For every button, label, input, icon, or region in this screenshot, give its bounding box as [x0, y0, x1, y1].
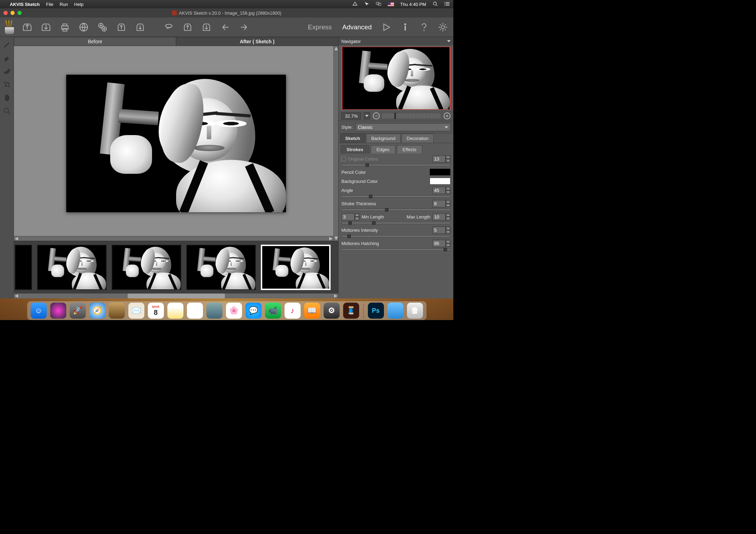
menu-list-icon[interactable]: [444, 1, 450, 7]
midtones-intensity-slider[interactable]: [341, 235, 451, 237]
canvas-viewport[interactable]: [14, 46, 338, 241]
subtab-strokes[interactable]: Strokes: [341, 145, 369, 154]
vertical-scrollbar[interactable]: [333, 46, 338, 241]
tab-background[interactable]: Background: [366, 134, 401, 143]
timeline-thumb[interactable]: [15, 245, 32, 290]
dock-siri-icon[interactable]: [50, 303, 66, 319]
eraser-presets-button[interactable]: [162, 20, 176, 34]
stroke-thickness-spinner[interactable]: ▲▼: [432, 200, 451, 207]
crop-tool[interactable]: [1, 79, 13, 90]
timeline-thumb[interactable]: [112, 245, 181, 290]
window-zoom-button[interactable]: [17, 11, 22, 15]
background-color-swatch[interactable]: [430, 178, 451, 185]
open-button[interactable]: [20, 20, 34, 34]
original-colors-spinner[interactable]: ▲▼: [432, 155, 451, 163]
original-colors-slider[interactable]: [341, 164, 451, 166]
status-clock[interactable]: Thu 4:40 PM: [400, 2, 426, 7]
hand-tool[interactable]: [1, 92, 13, 103]
subtab-edges[interactable]: Edges: [371, 145, 395, 154]
filmstrip-scrollbar[interactable]: [14, 294, 338, 298]
dock-trash-icon[interactable]: 🗑: [407, 303, 423, 319]
print-button[interactable]: [58, 20, 72, 34]
dock-photos-icon[interactable]: 🌸: [226, 303, 242, 319]
window-minimize-button[interactable]: [10, 11, 15, 15]
dock-finder-icon[interactable]: ☺: [31, 303, 47, 319]
dock-notes-icon[interactable]: [167, 303, 183, 319]
redo-button[interactable]: [237, 20, 251, 34]
midtones-hatching-slider[interactable]: [341, 249, 451, 251]
navigator-collapse-icon[interactable]: [447, 40, 451, 42]
dock-preview-icon[interactable]: [109, 303, 125, 319]
window-close-button[interactable]: [3, 11, 8, 15]
tab-after[interactable]: After ( Sketch ): [176, 37, 338, 46]
dock-facetime-icon[interactable]: 📹: [265, 303, 281, 319]
spotlight-icon[interactable]: [432, 1, 438, 7]
min-length-spinner[interactable]: ▲▼: [341, 213, 360, 221]
dock-calendar-icon[interactable]: MAR 8: [148, 303, 164, 319]
pencil-color-swatch[interactable]: [430, 169, 451, 176]
midtones-hatching-spinner[interactable]: ▲▼: [432, 240, 451, 247]
dock-safari-icon[interactable]: 🧭: [89, 303, 105, 319]
presets-icon[interactable]: [3, 20, 15, 34]
mode-express[interactable]: Express: [305, 22, 335, 32]
mode-advanced[interactable]: Advanced: [339, 22, 375, 32]
navigator-preview[interactable]: [341, 47, 451, 110]
publish-button[interactable]: [77, 20, 91, 34]
dock-ibooks-icon[interactable]: 📖: [304, 303, 320, 319]
menu-help[interactable]: Help: [74, 2, 84, 7]
midtones-intensity-spinner[interactable]: ▲▼: [432, 227, 451, 234]
timeline-thumb[interactable]: [37, 245, 107, 290]
menu-file[interactable]: File: [46, 2, 53, 7]
zoom-slider[interactable]: [383, 113, 441, 118]
dock-automator-icon[interactable]: [206, 303, 222, 319]
zoom-dropdown[interactable]: [364, 112, 370, 119]
dock-launchpad-icon[interactable]: 🚀: [70, 303, 86, 319]
dock-photoshop-icon[interactable]: Ps: [368, 303, 384, 319]
tab-sketch[interactable]: Sketch: [340, 134, 365, 143]
dock-akvis-icon[interactable]: 🧵: [343, 303, 359, 319]
timeline-thumb-selected[interactable]: [261, 245, 331, 290]
zoom-in-button[interactable]: +: [444, 112, 451, 119]
angle-spinner[interactable]: ▲▼: [432, 187, 451, 194]
menu-run[interactable]: Run: [60, 2, 68, 7]
preferences-button[interactable]: [436, 20, 450, 34]
zoom-out-button[interactable]: −: [373, 112, 380, 119]
save-button[interactable]: [39, 20, 53, 34]
eraser-tool[interactable]: [1, 52, 13, 64]
history-brush-tool[interactable]: [1, 66, 13, 77]
export-preset-button[interactable]: [133, 20, 147, 34]
tab-before[interactable]: Before: [14, 37, 176, 46]
dock-downloads-icon[interactable]: [387, 303, 403, 319]
preset-load-button[interactable]: [181, 20, 195, 34]
max-length-spinner[interactable]: ▲▼: [432, 213, 451, 221]
preset-save-button[interactable]: [199, 20, 213, 34]
run-button[interactable]: [379, 20, 393, 34]
dock-systemprefs-icon[interactable]: ⚙: [324, 303, 340, 319]
length-range-slider[interactable]: [341, 222, 451, 224]
dock-itunes-icon[interactable]: ♪: [285, 303, 301, 319]
batch-button[interactable]: [96, 20, 109, 34]
status-flag-icon[interactable]: [388, 2, 394, 6]
info-button[interactable]: [398, 20, 412, 34]
stroke-thickness-slider[interactable]: [341, 209, 451, 211]
undo-button[interactable]: [218, 20, 232, 34]
style-select[interactable]: Classic: [356, 123, 451, 131]
zoom-level[interactable]: 32.7%: [341, 112, 361, 120]
dock-mail-icon[interactable]: ✉️: [128, 303, 144, 319]
dock-reminders-icon[interactable]: [187, 303, 203, 319]
tab-decoration[interactable]: Decoration: [401, 134, 434, 143]
import-preset-button[interactable]: [114, 20, 128, 34]
dock-messages-icon[interactable]: 💬: [245, 303, 262, 319]
help-button[interactable]: [417, 20, 431, 34]
status-cursor-icon[interactable]: [364, 1, 370, 7]
original-colors-checkbox[interactable]: [341, 157, 346, 161]
app-menu[interactable]: AKVIS Sketch: [10, 2, 40, 7]
horizontal-scrollbar[interactable]: [14, 236, 333, 241]
timeline-thumb[interactable]: [186, 245, 256, 290]
angle-slider[interactable]: [341, 195, 451, 198]
status-displays-icon[interactable]: [376, 1, 381, 7]
status-airdrop-icon[interactable]: [352, 1, 358, 7]
zoom-tool[interactable]: [1, 105, 13, 117]
subtab-effects[interactable]: Effects: [397, 145, 423, 154]
pencil-tool[interactable]: [1, 39, 13, 50]
